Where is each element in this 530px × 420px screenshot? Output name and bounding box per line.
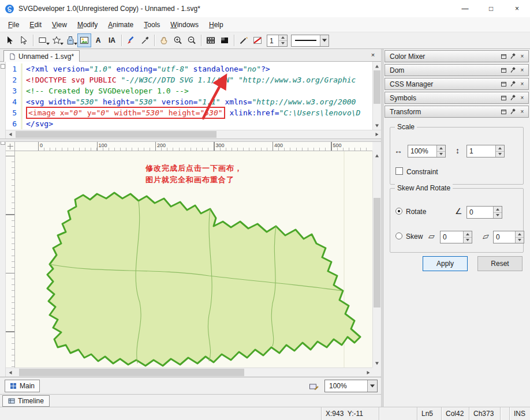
zoom-dropdown-arrow-icon[interactable] [367, 380, 377, 392]
stroke-width-value[interactable]: 1 [267, 35, 278, 46]
skew-y-spinner[interactable]: 0 [493, 231, 524, 243]
spinner-buttons[interactable] [436, 145, 445, 157]
panel-header-symbols[interactable]: Symbols× [385, 92, 529, 104]
float-icon[interactable] [499, 107, 508, 116]
code-horizontal-scrollbar[interactable] [6, 130, 381, 138]
zoom-out-tool-button[interactable] [185, 33, 199, 47]
scale-x-value[interactable]: 100% [408, 145, 436, 157]
code-line[interactable]: 2<!DOCTYPE svg PUBLIC "-//W3C//DTD SVG 1… [6, 74, 372, 85]
minimize-button[interactable]: — [452, 0, 478, 17]
zoom-value[interactable]: 100% [325, 382, 367, 390]
spinner-buttons[interactable] [515, 231, 524, 243]
scroll-track[interactable] [373, 160, 381, 359]
rotate-value[interactable]: 0 [467, 207, 493, 218]
skew-x-spinner[interactable]: 0 [440, 231, 472, 243]
close-icon[interactable]: × [518, 107, 527, 116]
pin-icon[interactable] [509, 80, 517, 88]
menu-windows[interactable]: Windows [165, 18, 204, 31]
apply-button[interactable]: Apply [423, 256, 468, 271]
spinner-down-icon[interactable] [496, 151, 504, 158]
spinner-up-icon[interactable] [496, 145, 504, 151]
spinner-buttons[interactable] [493, 207, 502, 218]
italic-text-tool-button[interactable]: IA [105, 33, 119, 47]
spinner-buttons[interactable] [278, 35, 287, 46]
code-editor[interactable]: 1<?xml version="1.0" encoding="utf-8" st… [6, 62, 381, 130]
zoom-in-tool-button[interactable] [171, 33, 185, 47]
collapse-icon[interactable] [1, 64, 5, 69]
hand-tool-button[interactable] [157, 33, 171, 47]
scroll-track[interactable] [373, 70, 381, 121]
panel-header-color-mixer[interactable]: Color Mixer× [385, 50, 529, 62]
spinner-down-icon[interactable] [464, 237, 472, 243]
document-tab[interactable]: Unnamed - 1.svg* [3, 50, 80, 62]
scroll-thumb[interactable] [374, 70, 380, 104]
rectangle-tool-button[interactable] [36, 33, 50, 47]
menu-tools[interactable]: Tools [139, 18, 165, 31]
spinner-down-icon[interactable] [516, 237, 524, 243]
tab-timeline[interactable]: Timeline [2, 395, 50, 407]
tab-close-icon[interactable]: × [368, 50, 378, 59]
pen-tool-button[interactable] [64, 33, 77, 47]
spinner-up-icon[interactable] [279, 35, 287, 40]
close-icon[interactable]: × [518, 66, 527, 74]
menu-file[interactable]: File [3, 18, 24, 31]
scale-y-spinner[interactable]: 1 [466, 145, 505, 158]
panel-header-css-manager[interactable]: CSS Manager× [385, 78, 529, 90]
close-icon[interactable]: × [518, 80, 527, 88]
code-line[interactable]: 1<?xml version="1.0" encoding="utf-8" st… [6, 63, 372, 74]
tab-main[interactable]: Main [5, 380, 40, 392]
scroll-left-icon[interactable] [6, 130, 14, 138]
float-icon[interactable] [499, 66, 508, 74]
paintbrush-tool-button[interactable] [124, 33, 138, 47]
menu-edit[interactable]: Edit [24, 18, 47, 31]
text-tool-button[interactable]: A [91, 33, 105, 47]
code-vertical-scrollbar[interactable] [372, 62, 381, 130]
spinner-down-icon[interactable] [494, 212, 502, 219]
pin-icon[interactable] [509, 52, 517, 61]
rotate-spinner[interactable]: 0 [466, 206, 502, 219]
canvas-horizontal-scrollbar[interactable] [6, 367, 372, 377]
scroll-down-icon[interactable] [373, 359, 381, 367]
scroll-down-icon[interactable] [373, 121, 381, 130]
scroll-right-icon[interactable] [364, 368, 372, 377]
scale-x-spinner[interactable]: 100% [408, 145, 446, 158]
maximize-button[interactable]: □ [478, 0, 504, 17]
spinner-buttons[interactable] [463, 231, 472, 243]
scale-y-value[interactable]: 1 [467, 145, 495, 157]
image-tool-button[interactable] [77, 33, 91, 47]
snapshot-button[interactable] [307, 380, 321, 392]
pin-icon[interactable] [509, 93, 517, 102]
design-canvas[interactable]: 修改完成后点击一下画布， 图片就完全和画布重合了 [15, 151, 372, 367]
code-line[interactable]: 3<!-- Created by SVGDeveloper 1.0 --> [6, 85, 372, 96]
constraint-checkbox[interactable] [395, 167, 403, 175]
spinner-down-icon[interactable] [437, 151, 445, 158]
float-icon[interactable] [499, 93, 508, 102]
canvas-vertical-scrollbar[interactable] [372, 151, 381, 367]
pin-icon[interactable] [509, 107, 517, 116]
select-tool-button[interactable] [3, 33, 17, 47]
reset-button[interactable]: Reset [477, 256, 522, 271]
direct-select-tool-button[interactable] [17, 33, 31, 47]
stroke-tool-button[interactable] [237, 33, 251, 47]
float-icon[interactable] [499, 52, 508, 61]
spinner-up-icon[interactable] [464, 231, 472, 237]
pin-icon[interactable] [509, 66, 517, 74]
stroke-width-spinner[interactable]: 1 [267, 35, 288, 47]
menu-help[interactable]: Help [204, 18, 229, 31]
stroke-color-button[interactable] [251, 33, 264, 47]
scroll-thumb[interactable] [19, 369, 244, 376]
scroll-left-icon[interactable] [6, 368, 14, 377]
panel-header-transform[interactable]: Transform× [385, 106, 529, 118]
scroll-track[interactable] [14, 368, 364, 377]
scroll-track[interactable] [14, 130, 372, 138]
code-line[interactable]: 5<image x="0" y="0" width="530" height="… [6, 107, 372, 118]
skew-radio[interactable] [395, 232, 402, 239]
panel-header-dom[interactable]: Dom× [385, 64, 529, 76]
color-swatch-button[interactable] [218, 33, 232, 47]
menu-animate[interactable]: Animate [103, 18, 139, 31]
float-icon[interactable] [499, 80, 508, 88]
spinner-buttons[interactable] [495, 145, 504, 157]
spinner-up-icon[interactable] [437, 145, 445, 151]
scroll-thumb[interactable] [16, 131, 217, 138]
close-icon[interactable]: × [518, 52, 527, 61]
